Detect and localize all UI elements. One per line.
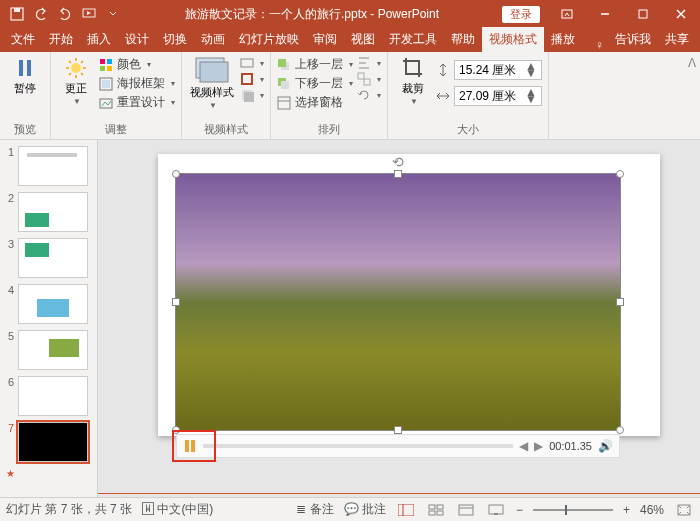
svg-line-16 xyxy=(81,73,83,75)
align-button[interactable]: ▾ xyxy=(357,56,381,70)
video-shape-button[interactable]: ▾ xyxy=(240,56,264,70)
color-button[interactable]: 颜色▾ xyxy=(99,56,175,73)
comments-button[interactable]: 💬 批注 xyxy=(344,501,386,518)
svg-rect-55 xyxy=(489,505,503,514)
player-volume-icon[interactable]: 🔊 xyxy=(598,439,613,453)
svg-rect-21 xyxy=(100,66,105,71)
video-effects-button[interactable]: ▾ xyxy=(240,88,264,102)
svg-rect-8 xyxy=(19,60,23,76)
tab-animations[interactable]: 动画 xyxy=(194,27,232,52)
svg-rect-51 xyxy=(429,511,435,515)
tab-home[interactable]: 开始 xyxy=(42,27,80,52)
svg-rect-31 xyxy=(244,92,254,102)
login-button[interactable]: 登录 xyxy=(502,6,540,23)
tell-me[interactable]: 告诉我 xyxy=(608,27,658,52)
svg-rect-42 xyxy=(364,79,370,85)
video-border-button[interactable]: ▾ xyxy=(240,72,264,86)
ribbon-tabs: 文件 开始 插入 设计 切换 动画 幻灯片放映 审阅 视图 开发工具 帮助 视频… xyxy=(0,28,700,52)
fit-to-window-icon[interactable] xyxy=(674,502,694,518)
svg-point-10 xyxy=(71,63,81,73)
zoom-level[interactable]: 46% xyxy=(640,503,664,517)
player-progress[interactable] xyxy=(203,444,513,448)
bring-forward-button[interactable]: 上移一层▾ xyxy=(277,56,353,73)
ribbon: 暂停 预览 更正 ▼ 颜色▾ 海报框架▾ 重置设计▾ 调整 视频样式 ▼ xyxy=(0,52,700,140)
tab-developer[interactable]: 开发工具 xyxy=(382,27,444,52)
svg-rect-53 xyxy=(459,505,473,515)
start-from-beginning-icon[interactable] xyxy=(78,3,100,25)
status-bar: 幻灯片 第 7 张，共 7 张 🅆 中文(中国) ≣ 备注 💬 批注 − + 4… xyxy=(0,497,700,521)
workspace: 1 2 3 4 5 6 7 ★ ⟲ ◀ ▶ 00:01.35 🔊 xyxy=(0,140,700,497)
thumbnail-5[interactable]: 5 xyxy=(4,330,93,370)
width-input[interactable]: 27.09 厘米▲▼ xyxy=(436,86,542,106)
minimize-icon[interactable] xyxy=(586,0,624,28)
svg-rect-49 xyxy=(429,505,435,509)
height-input[interactable]: 15.24 厘米▲▼ xyxy=(436,60,542,80)
collapse-ribbon-icon[interactable]: ᐱ xyxy=(688,56,696,70)
ribbon-options-icon[interactable] xyxy=(548,0,586,28)
redo-icon[interactable] xyxy=(54,3,76,25)
tab-slideshow[interactable]: 幻灯片放映 xyxy=(232,27,306,52)
notes-button[interactable]: ≣ 备注 xyxy=(296,501,333,518)
thumbnail-4[interactable]: 4 xyxy=(4,284,93,324)
slide-thumbnails[interactable]: 1 2 3 4 5 6 7 ★ xyxy=(0,140,98,497)
title-bar: 旅游散文记录：一个人的旅行.pptx - PowerPoint 登录 xyxy=(0,0,700,28)
poster-frame-button[interactable]: 海报框架▾ xyxy=(99,75,175,92)
group-objects-button[interactable]: ▾ xyxy=(357,72,381,86)
thumbnail-3[interactable]: 3 xyxy=(4,238,93,278)
maximize-icon[interactable] xyxy=(624,0,662,28)
close-icon[interactable] xyxy=(662,0,700,28)
window-controls xyxy=(548,0,700,28)
crop-button[interactable]: 裁剪 ▼ xyxy=(394,56,432,106)
undo-icon[interactable] xyxy=(30,3,52,25)
group-arrange: 上移一层▾ 下移一层▾ 选择窗格 ▾ ▾ ▾ 排列 xyxy=(271,52,388,139)
player-next-icon[interactable]: ▶ xyxy=(534,439,543,453)
rotate-handle-icon[interactable]: ⟲ xyxy=(392,154,404,170)
player-prev-icon[interactable]: ◀ xyxy=(519,439,528,453)
send-backward-button[interactable]: 下移一层▾ xyxy=(277,75,353,92)
tab-view[interactable]: 视图 xyxy=(344,27,382,52)
slide-counter[interactable]: 幻灯片 第 7 张，共 7 张 xyxy=(6,501,132,518)
tab-review[interactable]: 审阅 xyxy=(306,27,344,52)
tab-transitions[interactable]: 切换 xyxy=(156,27,194,52)
save-icon[interactable] xyxy=(6,3,28,25)
slide-sorter-icon[interactable] xyxy=(426,502,446,518)
svg-line-18 xyxy=(69,73,71,75)
zoom-slider[interactable] xyxy=(533,509,613,511)
video-styles-gallery[interactable]: 视频样式 ▼ xyxy=(188,56,236,110)
svg-rect-27 xyxy=(200,62,228,82)
tab-insert[interactable]: 插入 xyxy=(80,27,118,52)
svg-rect-41 xyxy=(358,73,364,79)
pause-button[interactable]: 暂停 xyxy=(6,56,44,95)
normal-view-icon[interactable] xyxy=(396,502,416,518)
thumbnail-1[interactable]: 1 xyxy=(4,146,93,186)
corrections-button[interactable]: 更正 ▼ xyxy=(57,56,95,106)
tab-help[interactable]: 帮助 xyxy=(444,27,482,52)
qat-dropdown-icon[interactable] xyxy=(102,3,124,25)
tell-me-icon[interactable]: ♀ xyxy=(591,38,608,52)
slide-canvas[interactable]: ⟲ ◀ ▶ 00:01.35 🔊 xyxy=(98,140,700,497)
tab-file[interactable]: 文件 xyxy=(4,27,42,52)
reset-design-button[interactable]: 重置设计▾ xyxy=(99,94,175,111)
tab-video-format[interactable]: 视频格式 xyxy=(482,27,544,52)
share-button[interactable]: 共享 xyxy=(658,27,696,52)
zoom-out-button[interactable]: − xyxy=(516,503,523,517)
window-title: 旅游散文记录：一个人的旅行.pptx - PowerPoint xyxy=(130,6,494,23)
reading-view-icon[interactable] xyxy=(456,502,476,518)
selection-pane-button[interactable]: 选择窗格 xyxy=(277,94,353,111)
svg-rect-20 xyxy=(107,59,112,64)
language-indicator[interactable]: 🅆 中文(中国) xyxy=(142,501,213,518)
tab-design[interactable]: 设计 xyxy=(118,27,156,52)
thumbnail-7[interactable]: 7 xyxy=(4,422,93,462)
zoom-in-button[interactable]: + xyxy=(623,503,630,517)
slideshow-view-icon[interactable] xyxy=(486,502,506,518)
animation-indicator-icon: ★ xyxy=(6,468,93,479)
group-adjust: 更正 ▼ 颜色▾ 海报框架▾ 重置设计▾ 调整 xyxy=(51,52,182,139)
group-size: 裁剪 ▼ 15.24 厘米▲▼ 27.09 厘米▲▼ 大小 xyxy=(388,52,549,139)
tab-playback[interactable]: 播放 xyxy=(544,27,582,52)
rotate-button[interactable]: ▾ xyxy=(357,88,381,102)
svg-rect-50 xyxy=(437,505,443,509)
thumbnail-2[interactable]: 2 xyxy=(4,192,93,232)
group-preview: 暂停 预览 xyxy=(0,52,51,139)
thumbnail-6[interactable]: 6 xyxy=(4,376,93,416)
video-object[interactable]: ⟲ xyxy=(176,174,620,430)
